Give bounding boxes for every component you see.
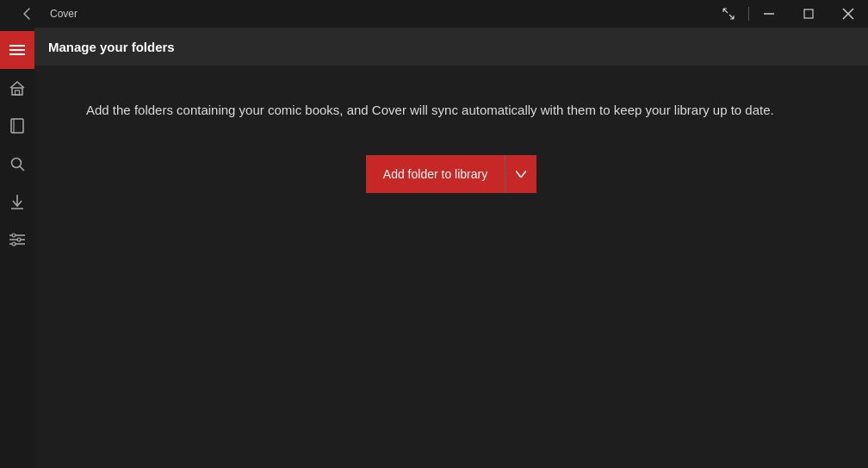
expand-button[interactable] [709,0,748,28]
page-header: Manage your folders [34,28,868,66]
page-title: Manage your folders [48,40,175,54]
svg-rect-7 [12,88,22,95]
sidebar-item-settings[interactable] [0,221,34,259]
svg-rect-1 [804,9,813,18]
titlebar: Cover [0,0,868,28]
window-controls [709,0,868,28]
restore-button[interactable] [789,0,828,28]
svg-point-11 [11,158,21,167]
titlebar-title: Cover [50,8,78,20]
close-button[interactable] [828,0,868,28]
back-button[interactable] [7,0,46,28]
svg-point-20 [12,242,16,246]
svg-point-19 [17,238,21,241]
svg-point-18 [12,234,16,237]
description-text: Add the folders containing your comic bo… [86,100,816,121]
sidebar-item-menu[interactable] [0,31,34,69]
button-area: Add folder to library [86,155,816,193]
minimize-button[interactable] [749,0,789,28]
sidebar [0,28,34,468]
svg-rect-9 [11,119,23,133]
sidebar-item-download[interactable] [0,183,34,221]
svg-line-12 [20,166,24,171]
add-folder-dropdown-button[interactable] [505,155,536,193]
add-folder-main-button[interactable]: Add folder to library [366,155,505,193]
sidebar-item-home[interactable] [0,69,34,107]
content-wrapper: Manage your folders Add the folders cont… [34,28,868,468]
sidebar-item-search[interactable] [0,145,34,183]
app-body: Manage your folders Add the folders cont… [0,28,868,468]
main-content: Add the folders containing your comic bo… [34,66,868,468]
sidebar-item-library[interactable] [0,107,34,145]
